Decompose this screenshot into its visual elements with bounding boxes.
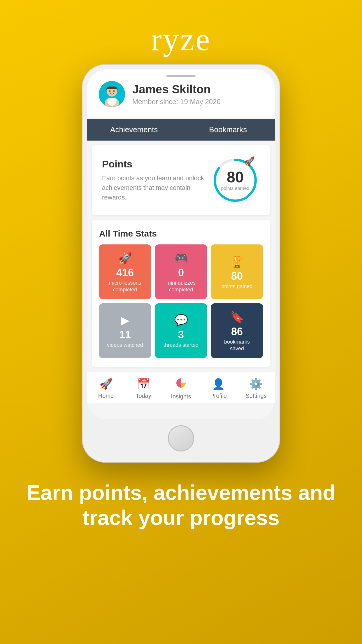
phone-speaker [166, 75, 196, 77]
tab-achievements[interactable]: Achievements [87, 119, 181, 141]
phone-home-button[interactable] [168, 425, 194, 452]
insights-label: Insights [171, 393, 191, 400]
points-number: 80 [227, 169, 244, 185]
logo-section: ryze [151, 23, 211, 55]
profile-name: James Skilton [132, 83, 263, 96]
points-gained-number: 80 [231, 271, 243, 281]
bookmarks-icon: 🔖 [230, 311, 244, 323]
micro-lessons-number: 416 [116, 267, 134, 278]
nav-item-insights[interactable]: Insights [162, 378, 200, 400]
stat-tile-videos: ▶ 11 videos watched [99, 303, 151, 358]
bottom-nav: 🚀 Home 📅 Today [87, 372, 275, 403]
settings-label: Settings [245, 393, 266, 399]
app-logo: ryze [151, 23, 211, 55]
stats-title: All Time Stats [99, 229, 263, 239]
svg-point-3 [109, 90, 111, 92]
micro-lessons-icon: 🚀 [118, 252, 132, 265]
home-label: Home [98, 393, 114, 399]
bookmarks-label: bookmarkssaved [224, 339, 250, 352]
phone-outer: James Skilton Member since: 19 May 2020 … [82, 64, 280, 463]
stat-tile-bookmarks: 🔖 86 bookmarkssaved [211, 303, 263, 358]
phone-inner: James Skilton Member since: 19 May 2020 … [87, 69, 275, 419]
profile-label: Profile [210, 393, 227, 399]
videos-number: 11 [119, 330, 131, 340]
videos-label: videos watched [107, 342, 143, 349]
mini-quizzes-icon: 🎮 [174, 252, 188, 265]
avatar [99, 81, 125, 107]
rocket-icon: 🚀 [244, 156, 255, 166]
stat-tile-points-gained: 🏆 80 points gained [211, 244, 263, 299]
points-gained-label: points gained [221, 283, 252, 290]
nav-item-today[interactable]: 📅 Today [125, 378, 162, 399]
threads-icon: 💬 [174, 314, 188, 327]
avatar-svg [99, 81, 125, 107]
nav-item-profile[interactable]: 👤 Profile [200, 378, 237, 399]
stats-card: All Time Stats 🚀 416 micro-lessonscomple… [92, 220, 270, 367]
points-earned-label: points earned [221, 186, 249, 191]
points-card: Points Earn points as you learn and unlo… [92, 145, 270, 215]
videos-icon: ▶ [121, 314, 129, 327]
tabs-bar: Achievements Bookmarks [87, 119, 275, 141]
nav-item-settings[interactable]: ⚙️ Settings [237, 378, 275, 399]
points-gained-icon: 🏆 [230, 255, 244, 268]
nav-item-home[interactable]: 🚀 Home [87, 378, 125, 399]
tagline-section: Earn points, achievements and track your… [3, 480, 359, 531]
points-description: Earn points as you learn and unlock achi… [102, 173, 205, 202]
home-icon: 🚀 [99, 378, 113, 390]
stat-tile-mini-quizzes: 🎮 0 mini-quizzescompleted [155, 244, 207, 299]
mini-quizzes-number: 0 [178, 267, 184, 278]
stat-tile-micro-lessons: 🚀 416 micro-lessonscompleted [99, 244, 151, 299]
insights-icon [176, 378, 186, 391]
screen: James Skilton Member since: 19 May 2020 … [87, 69, 275, 419]
mini-quizzes-label: mini-quizzescompleted [166, 280, 196, 293]
threads-label: threads started [164, 342, 198, 349]
bookmarks-number: 86 [231, 326, 243, 337]
threads-number: 3 [178, 330, 184, 340]
stat-tile-threads: 💬 3 threads started [155, 303, 207, 358]
svg-point-4 [113, 90, 115, 92]
profile-info: James Skilton Member since: 19 May 2020 [132, 83, 263, 106]
profile-since: Member since: 19 May 2020 [132, 98, 263, 106]
today-icon: 📅 [137, 378, 150, 390]
profile-nav-icon: 👤 [212, 378, 225, 390]
tagline-text: Earn points, achievements and track your… [27, 480, 335, 531]
settings-icon: ⚙️ [249, 378, 263, 390]
micro-lessons-label: micro-lessonscompleted [109, 280, 141, 293]
points-circle: 80 points earned 🚀 [210, 155, 260, 205]
points-title: Points [102, 158, 205, 170]
points-info: Points Earn points as you learn and unlo… [102, 158, 205, 202]
today-label: Today [136, 393, 151, 399]
stats-grid: 🚀 416 micro-lessonscompleted 🎮 0 mini-qu… [99, 244, 263, 358]
phone-mockup: James Skilton Member since: 19 May 2020 … [82, 64, 280, 463]
tab-bookmarks[interactable]: Bookmarks [181, 119, 275, 141]
